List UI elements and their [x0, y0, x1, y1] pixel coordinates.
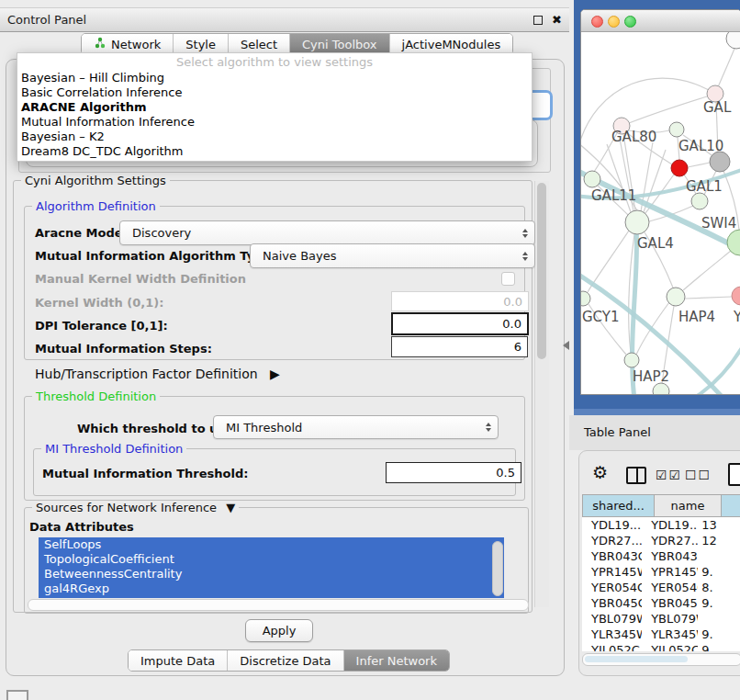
network-window: GALGAL80GAL10GAL1GAL11SWI4GAL4GCY1HAP4YH… — [580, 9, 740, 395]
network-node[interactable] — [669, 122, 684, 137]
corner-widget-icon[interactable] — [6, 690, 28, 700]
dpi-tolerance-input[interactable]: 0.0 — [391, 312, 529, 335]
network-node[interactable] — [584, 171, 600, 187]
hub-transcription-section-toggle[interactable]: Hub/Transcription Factor Definition ▶ — [35, 367, 280, 381]
network-node[interactable] — [726, 32, 740, 49]
float-window-icon[interactable] — [533, 16, 543, 25]
sources-title: Sources for Network Inference ▼ — [32, 501, 239, 514]
panel-splitter-arrow[interactable] — [563, 341, 569, 350]
data-attributes-list[interactable]: SelfLoopsTopologicalCoefficientBetweenne… — [39, 537, 504, 598]
table-row[interactable]: YBR043CYBR043C — [582, 548, 740, 564]
network-node[interactable] — [667, 288, 685, 306]
network-node[interactable] — [671, 160, 688, 176]
table-column-header[interactable]: shared... — [582, 494, 655, 517]
zoom-traffic-light-icon[interactable] — [624, 16, 636, 28]
select-all-checkboxes-icon[interactable]: ☑☑ — [656, 468, 682, 482]
attribute-list-item[interactable]: TopologicalCoefficient — [39, 552, 504, 567]
settings-horizontal-scrollbar[interactable] — [28, 599, 529, 611]
network-node-label: GAL80 — [611, 129, 656, 145]
network-canvas[interactable]: GALGAL80GAL10GAL1GAL11SWI4GAL4GCY1HAP4YH… — [581, 32, 740, 394]
aracne-mode-combobox[interactable]: Discovery — [119, 220, 535, 245]
attribute-list-item[interactable]: gal4RGexp — [39, 581, 504, 596]
which-threshold-value: MI Threshold — [226, 421, 302, 435]
network-node-label: GAL4 — [637, 235, 674, 252]
tab-jactivemnodules[interactable]: jActiveMNodules — [390, 34, 513, 54]
cyni-bottom-tabs: Impute DataDiscretize DataInfer Network — [128, 649, 450, 672]
table-row[interactable]: YER054CYER054C8. — [582, 580, 740, 595]
aracne-mode-value: Discovery — [132, 226, 191, 240]
mi-threshold-label: Mutual Information Threshold: — [42, 467, 248, 480]
network-node-label: SWI4 — [701, 215, 736, 231]
mi-steps-input[interactable]: 6 — [391, 336, 528, 357]
scrollbar-thumb[interactable] — [585, 656, 688, 662]
expand-arrow-icon: ▶ — [270, 367, 280, 381]
tab-infer-network[interactable]: Infer Network — [344, 650, 449, 671]
network-node[interactable] — [581, 291, 590, 306]
mi-algorithm-type-combobox[interactable]: Naive Bayes — [250, 243, 535, 268]
dpi-tolerance-label: DPI Tolerance [0,1]: — [35, 319, 168, 333]
apply-button[interactable]: Apply — [245, 619, 313, 642]
table-row[interactable]: YDR27...YDR27...12 — [582, 533, 740, 548]
table-row[interactable]: YBL079WYBL079W — [582, 611, 740, 627]
collapse-arrow-icon[interactable]: ▼ — [226, 501, 235, 514]
control-panel-title: Control Panel — [7, 8, 86, 31]
deselect-all-checkboxes-icon[interactable]: ☐☐ — [685, 468, 712, 482]
gear-icon[interactable]: ⚙ — [592, 462, 608, 482]
network-node[interactable] — [710, 152, 730, 172]
attribute-list-item[interactable]: SelfLoops — [39, 537, 504, 552]
tab-discretize-data[interactable]: Discretize Data — [228, 650, 343, 671]
minimize-traffic-light-icon[interactable] — [608, 16, 620, 28]
document-icon[interactable] — [728, 463, 740, 486]
network-node[interactable] — [691, 193, 708, 209]
network-node[interactable] — [625, 210, 649, 234]
columns-icon[interactable] — [626, 467, 646, 484]
table-header-row: shared...name — [582, 494, 740, 517]
table-row[interactable]: YDL19...YDL19...13 — [582, 517, 740, 533]
control-panel-titlebar: Control Panel ✖ — [0, 7, 569, 32]
algorithm-option[interactable]: Dream8 DC_TDC Algorithm — [17, 144, 532, 159]
manual-kernel-width-checkbox[interactable] — [501, 272, 515, 286]
screen: Control Panel ✖ NetworkStyleSelectCyni T… — [0, 0, 740, 700]
mi-steps-label: Mutual Information Steps: — [35, 342, 212, 356]
table-row[interactable]: YIL052CYIL052C9 — [582, 642, 740, 651]
network-node-label: GAL10 — [678, 138, 723, 154]
tab-impute-data[interactable]: Impute Data — [129, 650, 228, 671]
table-row[interactable]: YPR145WYPR145W9. — [582, 564, 740, 580]
tab-style[interactable]: Style — [174, 34, 229, 54]
network-node-label: GAL1 — [686, 178, 723, 195]
table-row[interactable]: YBR045CYBR045C9. — [582, 595, 740, 611]
table-horizontal-scrollbar[interactable] — [582, 653, 740, 666]
scrollbar-thumb[interactable] — [537, 183, 546, 359]
cyni-algorithm-settings-title: Cyni Algorithm Settings — [21, 174, 170, 187]
attributes-list-scrollbar-thumb[interactable] — [492, 541, 503, 596]
which-threshold-combobox[interactable]: MI Threshold — [213, 415, 499, 439]
algorithm-dropdown-placeholder: Select algorithm to view settings — [17, 53, 532, 71]
mi-threshold-input[interactable]: 0.5 — [386, 462, 521, 483]
tab-network[interactable]: Network — [82, 34, 174, 54]
algorithm-option[interactable]: Bayesian – Hill Climbing — [17, 71, 532, 85]
settings-vertical-scrollbar[interactable] — [534, 181, 549, 607]
tab-cyni-toolbox[interactable]: Cyni Toolbox — [290, 34, 390, 54]
kernel-width-label: Kernel Width (0,1): — [35, 296, 163, 310]
combo-arrows-icon — [522, 229, 528, 238]
tab-select[interactable]: Select — [229, 34, 290, 54]
close-icon[interactable]: ✖ — [552, 11, 562, 28]
attribute-list-item[interactable]: BetweennessCentrality — [39, 567, 504, 581]
algorithm-option[interactable]: ARACNE Algorithm — [17, 100, 532, 115]
algorithm-dropdown-popup: Select algorithm to view settings Bayesi… — [17, 52, 533, 162]
network-node[interactable] — [732, 287, 740, 305]
threshold-definition-title: Threshold Definition — [32, 390, 160, 403]
data-attributes-label: Data Attributes — [29, 520, 134, 534]
algorithm-option[interactable]: Bayesian – K2 — [17, 130, 532, 144]
table-row[interactable]: YLR345WYLR345W9. — [582, 627, 740, 642]
combo-arrows-icon — [486, 423, 491, 432]
kernel-width-input[interactable]: 0.0 — [391, 291, 529, 311]
close-traffic-light-icon[interactable] — [591, 16, 603, 28]
algorithm-option[interactable]: Mutual Information Inference — [17, 115, 532, 130]
table-panel-title: Table Panel — [584, 415, 651, 450]
mi-algorithm-type-label: Mutual Information Algorithm Type: — [35, 249, 276, 263]
algorithm-option[interactable]: Basic Correlation Inference — [17, 85, 532, 100]
table-column-header[interactable]: name — [655, 494, 722, 517]
network-node[interactable] — [624, 353, 639, 367]
table-column-header[interactable] — [722, 494, 740, 517]
